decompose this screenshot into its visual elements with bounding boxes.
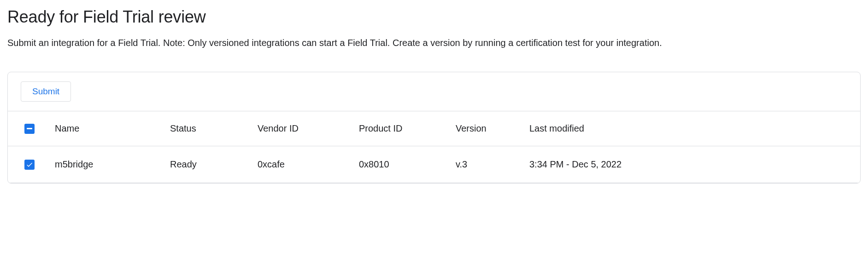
integrations-table: Name Status Vendor ID Product ID Version… xyxy=(8,111,860,183)
header-product-id[interactable]: Product ID xyxy=(353,111,450,146)
cell-last-modified: 3:34 PM - Dec 5, 2022 xyxy=(524,146,860,183)
submit-button[interactable]: Submit xyxy=(21,81,71,102)
header-name[interactable]: Name xyxy=(49,111,164,146)
header-vendor-id[interactable]: Vendor ID xyxy=(252,111,353,146)
card-toolbar: Submit xyxy=(8,72,860,111)
header-last-modified[interactable]: Last modified xyxy=(524,111,860,146)
row-checkbox-cell xyxy=(8,146,49,183)
cell-vendor-id: 0xcafe xyxy=(252,146,353,183)
cell-version: v.3 xyxy=(450,146,524,183)
page-description: Submit an integration for a Field Trial.… xyxy=(7,36,721,50)
cell-product-id: 0x8010 xyxy=(353,146,450,183)
table-row[interactable]: m5bridge Ready 0xcafe 0x8010 v.3 3:34 PM… xyxy=(8,146,860,183)
page-title: Ready for Field Trial review xyxy=(7,7,861,27)
header-checkbox-cell xyxy=(8,111,49,146)
select-all-checkbox[interactable] xyxy=(24,124,35,134)
header-version[interactable]: Version xyxy=(450,111,524,146)
table-header-row: Name Status Vendor ID Product ID Version… xyxy=(8,111,860,146)
header-status[interactable]: Status xyxy=(164,111,252,146)
cell-name: m5bridge xyxy=(49,146,164,183)
check-icon xyxy=(26,161,33,168)
row-checkbox[interactable] xyxy=(24,160,35,170)
cell-status: Ready xyxy=(164,146,252,183)
integrations-card: Submit Name Status Vendor ID Product ID … xyxy=(7,72,861,184)
